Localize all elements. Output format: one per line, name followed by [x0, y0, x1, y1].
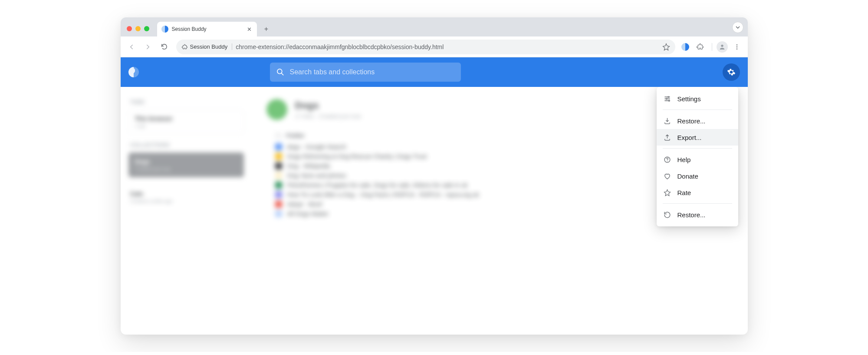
browser-window: Session Buddy ✕ + Session Buddy chrome-e… — [121, 17, 748, 335]
app-header — [121, 57, 748, 87]
toolbar-separator — [712, 43, 712, 51]
folder-icon — [275, 132, 282, 139]
link-text: Dogs Rehoming & Dog Rescue Charity | Dog… — [287, 153, 427, 160]
link-favicon — [275, 201, 282, 208]
close-tab-icon[interactable]: ✕ — [246, 25, 253, 33]
session-buddy-extension-icon[interactable] — [681, 43, 689, 51]
menu-restore-history[interactable]: Restore... — [657, 206, 738, 223]
reload-button[interactable] — [157, 40, 172, 54]
window-controls — [124, 26, 152, 36]
search-input[interactable] — [290, 68, 455, 76]
maximize-window-button[interactable] — [144, 26, 149, 31]
extension-chip: Session Buddy — [181, 43, 233, 50]
link-favicon — [275, 191, 282, 198]
collection-icon — [266, 99, 287, 120]
browser-tab[interactable]: Session Buddy ✕ — [157, 22, 257, 36]
settings-dropdown: Settings Restore... Export... Help Donat… — [657, 87, 738, 226]
sidebar-section-tabs: TABS — [130, 99, 242, 105]
search-field[interactable] — [270, 63, 461, 82]
heart-icon — [664, 172, 671, 180]
browser-menu-button[interactable] — [730, 40, 744, 54]
menu-export[interactable]: Export... — [657, 129, 738, 146]
link-favicon — [275, 143, 282, 150]
svg-point-9 — [667, 161, 667, 161]
sidebar: TABS This browser 1 tab COLLECTIONS Dogs… — [121, 87, 252, 335]
extension-icon — [181, 44, 187, 50]
menu-separator — [663, 109, 732, 110]
chip-label: Session Buddy — [190, 43, 228, 50]
svg-point-5 — [668, 96, 669, 97]
bookmark-star-icon[interactable] — [662, 43, 670, 51]
link-text: Adopt · Woof — [287, 201, 322, 208]
tabs-dropdown-button[interactable] — [732, 22, 743, 33]
menu-rate[interactable]: Rate — [657, 184, 738, 201]
menu-separator — [663, 203, 732, 204]
help-icon — [664, 156, 671, 163]
svg-point-1 — [736, 44, 737, 45]
browser-toolbar: Session Buddy chrome-extension://edaccon… — [121, 36, 748, 57]
collection-title: Dogs — [295, 100, 361, 111]
profile-button[interactable] — [717, 41, 728, 53]
url-text: chrome-extension://edacconmaakjimmfgnblo… — [236, 43, 658, 50]
sidebar-item-dogs[interactable]: Dogs Created just now — [128, 153, 244, 177]
sliders-icon — [664, 95, 671, 103]
link-text: Pets4Homes | Puppies for sale, Dogs for … — [287, 182, 468, 189]
tab-strip: Session Buddy ✕ + — [121, 17, 748, 36]
collection-subtitle: 17 links · Created just now — [295, 113, 361, 119]
search-icon — [276, 68, 285, 76]
minimize-window-button[interactable] — [135, 26, 141, 31]
svg-point-7 — [668, 100, 670, 101]
menu-separator — [663, 148, 732, 149]
svg-point-3 — [736, 48, 737, 49]
content-area: TABS This browser 1 tab COLLECTIONS Dogs… — [121, 87, 748, 335]
extensions-button[interactable] — [693, 40, 707, 54]
link-text: All Dogs Matter — [287, 210, 329, 217]
session-buddy-favicon — [161, 26, 168, 33]
tab-title: Session Buddy — [172, 26, 243, 32]
svg-point-6 — [666, 98, 667, 100]
gear-icon — [727, 68, 736, 76]
link-favicon — [275, 210, 282, 217]
link-text: dogs - Google Search — [287, 143, 346, 150]
settings-gear-button[interactable] — [723, 63, 740, 81]
menu-donate[interactable]: Donate — [657, 168, 738, 184]
sidebar-section-collections: COLLECTIONS — [130, 142, 242, 148]
link-favicon — [275, 172, 282, 179]
menu-restore[interactable]: Restore... — [657, 113, 738, 129]
link-favicon — [275, 163, 282, 169]
upload-icon — [664, 133, 671, 141]
history-icon — [664, 211, 671, 219]
star-icon — [664, 189, 671, 196]
svg-point-2 — [736, 46, 737, 47]
menu-help[interactable]: Help — [657, 151, 738, 168]
back-button[interactable] — [124, 40, 139, 54]
link-text: Dog: facts and photos — [287, 172, 346, 179]
sidebar-item-this-browser[interactable]: This browser 1 tab — [128, 109, 244, 134]
new-tab-button[interactable]: + — [260, 23, 273, 35]
session-buddy-logo[interactable] — [128, 67, 139, 77]
svg-point-0 — [721, 44, 723, 46]
sidebar-item-cats[interactable]: Cats Created a while ago — [128, 185, 244, 209]
link-text: Dog - Wikipedia — [287, 163, 330, 169]
link-text: How To Look After a Dog – Dog Facts | RS… — [287, 191, 479, 198]
address-bar[interactable]: Session Buddy chrome-extension://edaccon… — [176, 40, 675, 54]
link-favicon — [275, 153, 282, 160]
link-favicon — [275, 182, 282, 189]
forward-button[interactable] — [141, 40, 155, 54]
menu-settings[interactable]: Settings — [657, 90, 738, 107]
close-window-button[interactable] — [127, 26, 132, 31]
download-icon — [664, 117, 671, 125]
